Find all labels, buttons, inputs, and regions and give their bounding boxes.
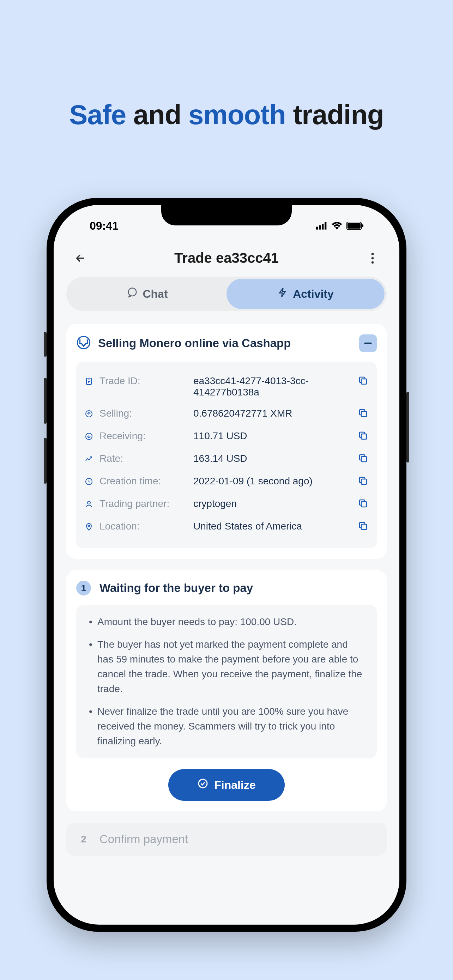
copy-button[interactable] xyxy=(358,408,368,418)
svg-rect-0 xyxy=(316,226,318,229)
marketing-headline: Safe and smooth trading xyxy=(69,99,383,131)
arrow-up-circle-icon xyxy=(85,408,94,420)
svg-rect-25 xyxy=(361,524,367,530)
step1-card: 1 Waiting for the buyer to pay Amount th… xyxy=(66,570,387,811)
arrow-down-circle-icon xyxy=(85,430,94,443)
detail-rate: Rate: 163.14 USD xyxy=(85,448,368,471)
info-bullet: Never finalize the trade until you are 1… xyxy=(87,704,366,749)
copy-button[interactable] xyxy=(358,430,368,441)
svg-rect-19 xyxy=(361,457,367,462)
tab-activity[interactable]: Activity xyxy=(227,279,385,309)
status-time: 09:41 xyxy=(90,220,119,232)
monero-icon xyxy=(76,335,91,352)
svg-rect-2 xyxy=(322,224,324,229)
step2-title: Confirm payment xyxy=(100,832,188,846)
svg-point-24 xyxy=(88,525,90,527)
svg-rect-5 xyxy=(348,223,361,229)
page-title: Trade ea33cc41 xyxy=(88,250,365,266)
svg-rect-6 xyxy=(362,224,363,227)
finalize-button[interactable]: Finalize xyxy=(168,769,285,801)
svg-rect-16 xyxy=(361,411,367,417)
step2-row[interactable]: 2 Confirm payment xyxy=(66,822,387,856)
check-circle-icon xyxy=(197,778,208,792)
detail-trading-partner: Trading partner: cryptogen xyxy=(85,493,368,516)
tab-chat-label: Chat xyxy=(143,288,168,301)
copy-button[interactable] xyxy=(358,375,368,386)
tab-chat[interactable]: Chat xyxy=(68,279,227,309)
finalize-label: Finalize xyxy=(214,779,256,792)
document-icon xyxy=(85,375,94,388)
battery-icon xyxy=(347,220,363,232)
svg-point-26 xyxy=(199,779,207,788)
copy-button[interactable] xyxy=(358,521,368,531)
detail-location: Location: United States of America xyxy=(85,516,368,538)
svg-point-10 xyxy=(129,288,137,296)
detail-receiving: Receiving: 110.71 USD xyxy=(85,425,368,448)
tab-bar: Chat Activity xyxy=(66,277,387,311)
detail-creation-time: Creation time: 2022-01-09 (1 second ago) xyxy=(85,471,368,493)
svg-rect-21 xyxy=(361,479,367,484)
info-bullet: Amount the buyer needs to pay: 100.00 US… xyxy=(87,614,366,629)
svg-point-8 xyxy=(372,257,374,259)
copy-button[interactable] xyxy=(358,453,368,463)
trade-details: Trade ID: ea33cc41-4277-4013-3cc-414277b… xyxy=(76,362,377,548)
svg-point-9 xyxy=(372,261,374,264)
svg-point-7 xyxy=(372,253,374,255)
user-icon xyxy=(85,498,94,511)
trade-title: Selling Monero online via Cashapp xyxy=(98,337,352,350)
svg-rect-14 xyxy=(361,379,367,384)
svg-rect-23 xyxy=(361,502,367,507)
detail-selling: Selling: 0.678620472771 XMR xyxy=(85,403,368,425)
step1-title: Waiting for the buyer to pay xyxy=(100,581,253,595)
cellular-icon xyxy=(316,220,327,232)
app-header: Trade ea33cc41 xyxy=(66,240,387,277)
tab-activity-label: Activity xyxy=(293,288,334,301)
trend-icon xyxy=(85,453,94,466)
info-bullet: The buyer has not yet marked the payment… xyxy=(87,637,366,696)
location-icon xyxy=(85,521,94,533)
collapse-button[interactable] xyxy=(359,334,377,352)
copy-button[interactable] xyxy=(358,498,368,509)
back-button[interactable] xyxy=(73,250,88,266)
svg-rect-12 xyxy=(364,342,372,344)
trade-summary-card: Selling Monero online via Cashapp Trade … xyxy=(66,324,387,559)
step-number-1: 1 xyxy=(76,581,91,595)
wifi-icon xyxy=(332,220,342,232)
more-menu-button[interactable] xyxy=(365,250,380,266)
step1-info: Amount the buyer needs to pay: 100.00 US… xyxy=(76,605,377,758)
phone-mockup: 09:41 Trade ea33cc41 Ch xyxy=(46,198,407,932)
copy-button[interactable] xyxy=(358,476,368,486)
step-number-2: 2 xyxy=(76,832,91,846)
svg-point-22 xyxy=(87,501,90,504)
lightning-icon xyxy=(277,287,288,301)
detail-trade-id: Trade ID: ea33cc41-4277-4013-3cc-414277b… xyxy=(85,371,368,403)
svg-rect-3 xyxy=(324,222,326,229)
svg-rect-1 xyxy=(319,225,321,229)
svg-rect-18 xyxy=(361,434,367,439)
chat-icon xyxy=(127,287,138,301)
clock-icon xyxy=(85,476,94,488)
